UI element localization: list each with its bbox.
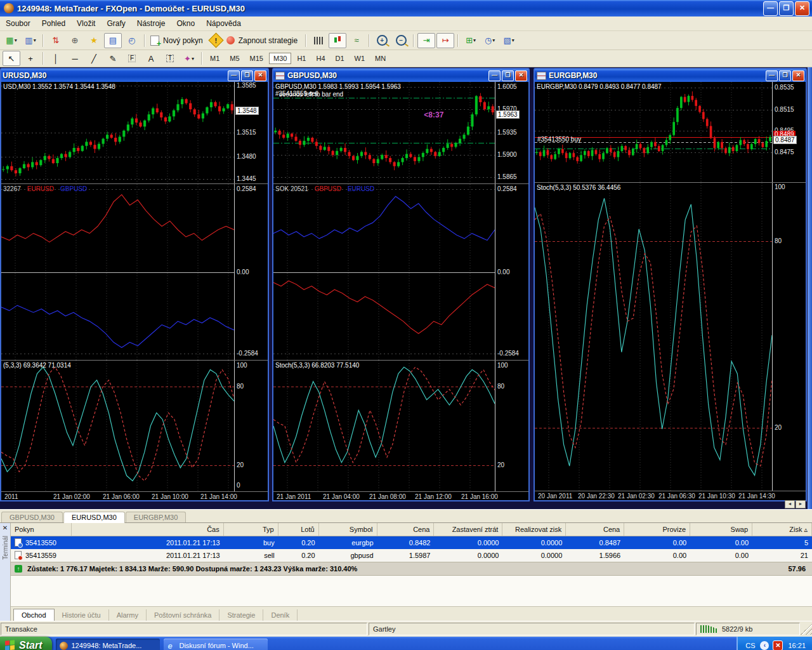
- price-scale[interactable]: 0.85350.85150.84950.84890.84870.8475: [772, 82, 806, 182]
- chart-plot[interactable]: EURGBP,M30 0.8479 0.8493 0.8477 0.8487#3…: [535, 82, 772, 182]
- menu-grafy[interactable]: Grafy: [101, 18, 131, 29]
- channel-tool-button[interactable]: ✎: [104, 51, 122, 66]
- connection-status[interactable]: 5822/9 kb: [696, 623, 800, 635]
- terminal-tab-den-k[interactable]: Deník: [263, 609, 298, 621]
- terminal-column-header[interactable]: Symbol: [319, 523, 377, 536]
- price-scale[interactable]: 10080200: [234, 361, 268, 491]
- chart-window-eurusd[interactable]: URUSD,M30 — ❐ ✕ USD,M30 1.3552 1.3574 1.…: [0, 68, 269, 501]
- chart-maximize-button[interactable]: ❐: [241, 70, 253, 81]
- time-axis[interactable]: 20 Jan 201120 Jan 22:3021 Jan 02:3021 Ja…: [535, 491, 806, 500]
- data-window-button[interactable]: ⊕: [66, 33, 84, 48]
- zoom-in-button[interactable]: +: [373, 33, 391, 48]
- indicator-pane[interactable]: SOK 20521GBPUSDEURUSD0.25840.00-0.2584: [273, 184, 528, 361]
- chart-plot[interactable]: Stoch(5,3,3) 50.5376 36.4456: [535, 183, 772, 491]
- horizontal-line-tool-button[interactable]: ─: [66, 51, 84, 66]
- terminal-tab-obchod[interactable]: Obchod: [13, 609, 55, 621]
- candlestick-pane[interactable]: GBPUSD,M30 1.5983 1.5993 1.5954 1.5963#3…: [273, 82, 528, 184]
- arrows-tool-button[interactable]: ✦▾: [180, 51, 198, 66]
- timeframe-h4[interactable]: H4: [311, 53, 329, 64]
- maximize-button[interactable]: ❐: [779, 1, 794, 16]
- enable-strategy-button[interactable]: Zapnout strategie: [225, 33, 302, 48]
- chart-canvas[interactable]: USD,M30 1.3552 1.3574 1.3544 1.35481.358…: [1, 82, 268, 500]
- chart-shift-button[interactable]: ↦: [436, 33, 454, 48]
- profiles-button[interactable]: ▥▾: [22, 33, 39, 48]
- minimize-button[interactable]: —: [763, 1, 778, 16]
- chart-tab-eurusd-m30[interactable]: EURUSD,M30: [63, 512, 125, 523]
- terminal-close-icon[interactable]: ✕: [3, 524, 8, 532]
- timeframe-m15[interactable]: M15: [246, 53, 268, 64]
- terminal-column-header[interactable]: Realizovat zisk: [502, 523, 566, 536]
- indicator-pane[interactable]: Stoch(5,3,3) 50.5376 36.44561008020: [535, 183, 806, 491]
- chart-plot[interactable]: SOK 20521GBPUSDEURUSD: [273, 184, 495, 360]
- menu-okno[interactable]: Okno: [171, 18, 200, 29]
- terminal-column-header[interactable]: Swap: [690, 523, 752, 536]
- label-tool-button[interactable]: T: [161, 51, 179, 66]
- auto-scroll-button[interactable]: ⇥: [417, 33, 435, 48]
- indicator-pane[interactable]: (5,3,3) 69.3642 71.031410080200: [1, 361, 268, 492]
- taskbar-item-browser[interactable]: e Diskusní fórum - Wind...: [164, 639, 268, 650]
- trendline-tool-button[interactable]: ╱: [85, 51, 103, 66]
- chart-close-button[interactable]: ✕: [254, 70, 266, 81]
- chart-maximize-button[interactable]: ❐: [502, 70, 514, 81]
- time-axis[interactable]: 21 Jan 201121 Jan 04:0021 Jan 08:0021 Ja…: [273, 492, 528, 500]
- new-chart-button[interactable]: ▦▾: [3, 33, 20, 48]
- candlestick-chart-button[interactable]: [329, 33, 346, 48]
- order-row[interactable]: 354135502011.01.21 17:13buy0.20eurgbp0.8…: [11, 536, 812, 549]
- chart-close-button[interactable]: ✕: [792, 70, 804, 81]
- menu-pohled[interactable]: Pohled: [36, 18, 71, 29]
- resize-grip[interactable]: [801, 623, 812, 635]
- terminal-column-header[interactable]: Typ: [224, 523, 278, 536]
- navigator-button[interactable]: ★: [85, 33, 103, 48]
- menu-nastroje[interactable]: Nástroje: [131, 18, 171, 29]
- metaeditor-warning-icon[interactable]: !: [208, 32, 223, 48]
- menu-vlozit[interactable]: Vložit: [71, 18, 101, 29]
- indicator-pane[interactable]: 32267EURUSDGBPUSD0.25840.00-0.2584: [1, 184, 268, 361]
- terminal-column-header[interactable]: Zastavení ztrát: [434, 523, 502, 536]
- terminal-tab-po-tovn-schr-nka[interactable]: Poštovní schránka: [147, 609, 220, 621]
- market-watch-button[interactable]: ⇅: [47, 33, 65, 48]
- scroll-right-icon[interactable]: ►: [796, 500, 806, 508]
- price-scale[interactable]: 1008020: [772, 183, 806, 491]
- language-indicator[interactable]: CS: [745, 642, 755, 649]
- line-chart-button[interactable]: ≈: [348, 33, 365, 48]
- timeframe-w1[interactable]: W1: [350, 53, 370, 64]
- chart-window-titlebar[interactable]: GBPUSD,M30 — ❐ ✕: [273, 69, 528, 82]
- start-button[interactable]: Start: [0, 637, 52, 650]
- price-scale[interactable]: 1.60051.59701.59631.59351.59001.5865: [495, 82, 528, 183]
- crosshair-tool-button[interactable]: +: [22, 51, 39, 66]
- chart-maximize-button[interactable]: ❐: [779, 70, 791, 81]
- terminal-column-header[interactable]: Zisk ▵: [752, 523, 812, 536]
- terminal-column-header[interactable]: Cena: [377, 523, 435, 536]
- chart-window-titlebar[interactable]: EURGBP,M30 — ❐ ✕: [535, 69, 806, 82]
- chart-plot[interactable]: 32267EURUSDGBPUSD: [1, 184, 234, 360]
- templates-button[interactable]: ▧▾: [500, 33, 518, 48]
- new-order-button[interactable]: Nový pokyn: [148, 33, 207, 48]
- terminal-column-header[interactable]: Provize: [624, 523, 690, 536]
- chart-plot[interactable]: GBPUSD,M30 1.5983 1.5993 1.5954 1.5963#3…: [273, 82, 495, 183]
- price-scale[interactable]: 1.35851.35481.35151.34801.3445: [234, 82, 268, 183]
- fibonacci-tool-button[interactable]: F: [123, 51, 141, 66]
- candlestick-pane[interactable]: EURGBP,M30 0.8479 0.8493 0.8477 0.8487#3…: [535, 82, 806, 183]
- timeframe-d1[interactable]: D1: [331, 53, 349, 64]
- chart-tab-gbpusd-m30[interactable]: GBPUSD,M30: [1, 512, 63, 522]
- cursor-tool-button[interactable]: ↖: [3, 51, 20, 66]
- menu-soubor[interactable]: Soubor: [0, 18, 36, 29]
- chart-canvas[interactable]: EURGBP,M30 0.8479 0.8493 0.8477 0.8487#3…: [535, 82, 806, 500]
- chart-canvas[interactable]: GBPUSD,M30 1.5983 1.5993 1.5954 1.5963#3…: [273, 82, 528, 500]
- text-tool-button[interactable]: A: [142, 51, 160, 66]
- terminal-tab-alarmy[interactable]: Alarmy: [109, 609, 147, 621]
- order-row[interactable]: 354135592011.01.21 17:13sell0.20gbpusd1.…: [11, 549, 812, 562]
- timeframe-mn[interactable]: MN: [370, 53, 390, 64]
- chart-window-titlebar[interactable]: URUSD,M30 — ❐ ✕: [1, 69, 268, 82]
- price-scale[interactable]: 0.25840.00-0.2584: [234, 184, 268, 360]
- indicators-button[interactable]: ⊞▾: [462, 33, 480, 48]
- tray-collapse-icon[interactable]: ‹: [760, 641, 769, 650]
- chart-plot[interactable]: Stoch(5,3,3) 66.8203 77.5140: [273, 361, 495, 491]
- terminal-column-header[interactable]: Cena: [566, 523, 624, 536]
- terminal-column-header[interactable]: Pokyn: [11, 523, 72, 536]
- taskbar-item-metatrader[interactable]: 1249948: MetaTrade...: [56, 639, 160, 650]
- timeframe-m30[interactable]: M30: [269, 53, 291, 64]
- timeframe-h1[interactable]: H1: [292, 53, 310, 64]
- time-axis[interactable]: 201121 Jan 02:0021 Jan 06:0021 Jan 10:00…: [1, 492, 268, 500]
- strategy-tester-button[interactable]: ◴: [123, 33, 141, 48]
